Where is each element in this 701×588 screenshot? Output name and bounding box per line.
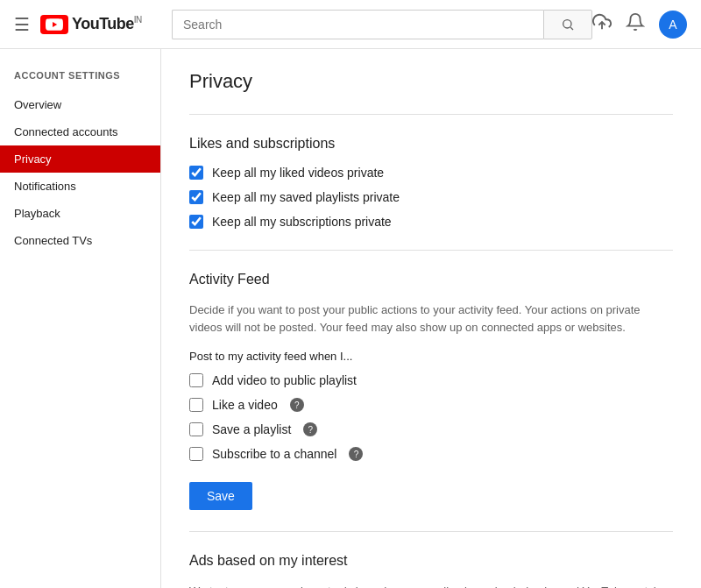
saved-playlists-checkbox[interactable] xyxy=(189,190,203,204)
activity-section: Activity Feed Decide if you want to post… xyxy=(189,272,673,510)
activity-section-title: Activity Feed xyxy=(189,272,673,287)
like-video-label[interactable]: Like a video xyxy=(212,398,278,412)
activity-description: Decide if you want to post your public a… xyxy=(189,301,673,336)
subscribe-help-icon[interactable]: ? xyxy=(349,447,363,461)
save-playlist-help-icon[interactable]: ? xyxy=(303,422,317,436)
ads-desc-text1: We try to serve you relevant ads based o… xyxy=(189,584,660,588)
like-video-help-icon[interactable]: ? xyxy=(290,398,304,412)
save-playlist-checkbox[interactable] xyxy=(189,422,203,436)
sidebar-item-playback-label: Playback xyxy=(14,207,60,220)
save-button[interactable]: Save xyxy=(189,482,252,510)
like-video-checkbox[interactable] xyxy=(189,398,203,412)
ads-section-title: Ads based on my interest xyxy=(189,553,673,569)
upload-icon[interactable] xyxy=(592,12,612,37)
activity-subtitle: Post to my activity feed when I... xyxy=(189,350,673,363)
svg-line-1 xyxy=(570,27,573,30)
subscriptions-label[interactable]: Keep all my subscriptions private xyxy=(212,215,392,229)
add-video-checkbox[interactable] xyxy=(189,373,203,387)
search-input[interactable] xyxy=(172,10,543,39)
page-layout: ACCOUNT SETTINGS Overview Connected acco… xyxy=(0,49,701,588)
country-badge: IN xyxy=(134,15,142,25)
page-title: Privacy xyxy=(189,70,673,93)
sidebar: ACCOUNT SETTINGS Overview Connected acco… xyxy=(0,49,161,588)
ads-description: We try to serve you relevant ads based o… xyxy=(189,583,673,588)
header-search-area xyxy=(172,10,592,39)
notifications-icon[interactable] xyxy=(626,12,645,37)
subscriptions-checkbox[interactable] xyxy=(189,215,203,229)
subscribe-label[interactable]: Subscribe to a channel xyxy=(212,447,336,461)
add-video-item: Add video to public playlist xyxy=(189,373,673,387)
ads-section: Ads based on my interest We try to serve… xyxy=(189,553,673,588)
header-left: ☰ YouTubeIN xyxy=(14,14,172,35)
add-video-label[interactable]: Add video to public playlist xyxy=(212,373,357,387)
liked-videos-item: Keep all my liked videos private xyxy=(189,166,673,180)
sidebar-item-connected-tvs-label: Connected TVs xyxy=(14,234,92,247)
save-playlist-item: Save a playlist ? xyxy=(189,422,673,436)
main-content: Privacy Likes and subscriptions Keep all… xyxy=(161,49,701,588)
divider-middle xyxy=(189,250,673,251)
sidebar-item-playback[interactable]: Playback xyxy=(0,200,160,227)
sidebar-item-notifications[interactable]: Notifications xyxy=(0,173,160,200)
svg-point-0 xyxy=(563,19,571,27)
like-video-item: Like a video ? xyxy=(189,398,673,412)
saved-playlists-item: Keep all my saved playlists private xyxy=(189,190,673,204)
divider-top xyxy=(189,114,673,115)
hamburger-menu-icon[interactable]: ☰ xyxy=(14,14,30,35)
youtube-wordmark: YouTubeIN xyxy=(72,15,142,33)
sidebar-item-connected-accounts-label: Connected accounts xyxy=(14,125,118,138)
subscriptions-item: Keep all my subscriptions private xyxy=(189,215,673,229)
saved-playlists-label[interactable]: Keep all my saved playlists private xyxy=(212,190,400,204)
sidebar-item-overview-label: Overview xyxy=(14,98,61,111)
yt-icon xyxy=(40,15,68,34)
sidebar-item-privacy-label: Privacy xyxy=(14,152,52,166)
save-playlist-label[interactable]: Save a playlist xyxy=(212,422,291,436)
sidebar-item-privacy[interactable]: Privacy xyxy=(0,145,160,173)
liked-videos-checkbox[interactable] xyxy=(189,166,203,180)
likes-section-title: Likes and subscriptions xyxy=(189,136,673,152)
divider-ads xyxy=(189,531,673,532)
sidebar-item-connected-tvs[interactable]: Connected TVs xyxy=(0,227,160,254)
likes-section: Likes and subscriptions Keep all my like… xyxy=(189,136,673,229)
sidebar-section-title: ACCOUNT SETTINGS xyxy=(0,63,160,91)
subscribe-checkbox[interactable] xyxy=(189,447,203,461)
sidebar-item-overview[interactable]: Overview xyxy=(0,91,160,118)
search-button[interactable] xyxy=(543,10,592,39)
app-header: ☰ YouTubeIN xyxy=(0,0,701,49)
sidebar-item-connected-accounts[interactable]: Connected accounts xyxy=(0,118,160,145)
avatar[interactable]: A xyxy=(659,11,687,39)
liked-videos-label[interactable]: Keep all my liked videos private xyxy=(212,166,384,180)
header-right: A xyxy=(592,11,687,39)
subscribe-item: Subscribe to a channel ? xyxy=(189,447,673,461)
youtube-logo[interactable]: YouTubeIN xyxy=(40,15,142,34)
sidebar-item-notifications-label: Notifications xyxy=(14,180,76,193)
